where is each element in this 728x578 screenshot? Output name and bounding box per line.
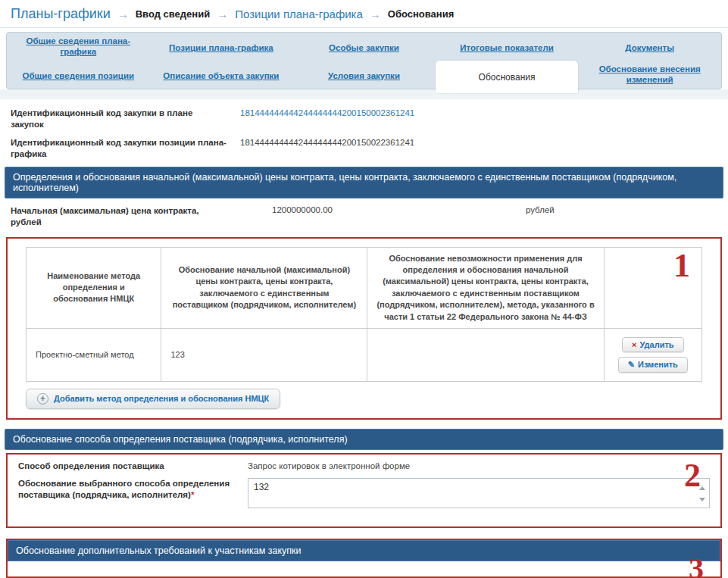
supplier-justification-row: Обоснование выбранного способа определен… <box>18 478 710 511</box>
section-header-nmck: Определения и обоснования начальной (мак… <box>5 167 723 198</box>
supplier-method-value: Запрос котировок в электронной форме <box>248 461 410 472</box>
col-header-impossibility: Обоснование невозможности применения для… <box>367 247 604 328</box>
position-code-label: Идентификационный код закупки позиции пл… <box>11 137 227 160</box>
breadcrumb-arrow-icon: → <box>370 8 381 20</box>
breadcrumb-positions-link[interactable]: Позиции плана-графика <box>235 8 363 20</box>
edit-button[interactable]: ✎Изменить <box>618 357 688 373</box>
position-code-value: 181444444444244444444200150022361241 <box>240 137 414 160</box>
tab-strip: Общие сведения плана-графика Позиции пла… <box>6 32 722 89</box>
cell-justification: 123 <box>161 328 367 381</box>
plan-code-label: Идентификационный код закупки в плане за… <box>11 108 227 130</box>
breadcrumb-input-info: Ввод сведений <box>136 8 210 20</box>
tab-plan-positions[interactable]: Позиции плана-графика <box>150 40 293 54</box>
cell-method-name: Проектно-сметный метод <box>27 328 161 381</box>
delete-button[interactable]: ×Удалить <box>622 337 684 352</box>
scroll-down-icon[interactable] <box>699 498 705 501</box>
section-header-supplier: Обоснование способа определения поставщи… <box>5 429 723 450</box>
edit-pencil-icon: ✎ <box>628 360 635 369</box>
breadcrumb: Планы-графики → Ввод сведений → Позиции … <box>0 0 728 28</box>
add-method-button[interactable]: + Добавить метод определения и обоснован… <box>26 389 280 409</box>
tab-documents[interactable]: Документы <box>578 40 721 54</box>
tab-row-position: Общие сведения позиции Описание объекта … <box>7 61 721 89</box>
breadcrumb-arrow-icon: → <box>217 8 228 20</box>
tab-purchase-conditions[interactable]: Условия закупки <box>292 68 436 82</box>
annotation-box-2: 2 Способ определения поставщика Запрос к… <box>6 453 722 528</box>
add-method-label: Добавить метод определения и обоснования… <box>54 394 269 403</box>
tab-object-description[interactable]: Описание объекта закупки <box>150 68 293 82</box>
plan-code-link[interactable]: 181444444444244444444200150002361241 <box>240 108 414 130</box>
section-header-additional: Обоснование дополнительных требований к … <box>8 540 720 561</box>
annotation-number-2: 2 <box>684 459 701 492</box>
price-unit: рублей <box>526 205 555 214</box>
justification-textarea[interactable]: 132 <box>248 478 710 508</box>
breadcrumb-arrow-icon: → <box>117 8 129 20</box>
breadcrumb-current-page: Обоснования <box>388 8 454 20</box>
cell-actions: ×Удалить ✎Изменить <box>604 328 701 381</box>
tab-strip-shadow <box>0 89 728 99</box>
required-asterisk: * <box>191 490 194 499</box>
justification-textarea-wrap: 132 <box>248 478 710 511</box>
col-header-method: Наименование метода определения и обосно… <box>27 247 161 328</box>
cell-impossibility <box>367 328 604 381</box>
plus-icon: + <box>37 393 48 405</box>
tab-special-purchases[interactable]: Особые закупки <box>292 40 436 54</box>
nmck-methods-table: Наименование метода определения и обосно… <box>26 247 702 382</box>
col-header-justification: Обоснование начальной (максимальной) цен… <box>161 247 367 328</box>
supplier-section-body: Способ определения поставщика Запрос кот… <box>8 455 720 526</box>
supplier-method-label: Способ определения поставщика <box>18 461 234 472</box>
tab-plan-general[interactable]: Общие сведения плана-графика <box>7 36 150 58</box>
field-row-position-code: Идентификационный код закупки позиции пл… <box>11 137 717 160</box>
price-row: Начальная (максимальная) цена контракта,… <box>0 198 728 234</box>
tab-justifications-active[interactable]: Обоснования <box>436 61 579 93</box>
tab-total-indicators[interactable]: Итоговые показатели <box>436 40 579 54</box>
table-header-row: Наименование метода определения и обосно… <box>27 247 702 328</box>
supplier-method-row: Способ определения поставщика Запрос кот… <box>18 461 710 472</box>
nmck-table-area: Наименование метода определения и обосно… <box>8 239 720 418</box>
delete-x-icon: × <box>632 340 636 349</box>
annotation-number-1: 1 <box>673 249 690 283</box>
supplier-justification-label: Обоснование выбранного способа определен… <box>18 478 234 511</box>
price-label: Начальная (максимальная) цена контракта,… <box>11 205 227 228</box>
id-codes-section: Идентификационный код закупки в плане за… <box>0 99 728 160</box>
table-row: Проектно-сметный метод 123 ×Удалить ✎Изм… <box>27 328 702 381</box>
annotation-number-3: 3 <box>689 554 704 578</box>
annotation-box-3: 3 Обоснование дополнительных требований … <box>6 539 722 578</box>
price-value: 1200000000.00 <box>272 205 333 214</box>
breadcrumb-plans-link[interactable]: Планы-графики <box>11 6 111 22</box>
annotation-box-1: 1 Наименование метода определения и обос… <box>6 237 722 420</box>
tab-position-general[interactable]: Общие сведения позиции <box>7 68 150 82</box>
tab-change-justification[interactable]: Обоснование внесения изменений <box>578 64 721 86</box>
tab-row-plan: Общие сведения плана-графика Позиции пла… <box>7 33 721 61</box>
additional-section-empty <box>8 561 720 576</box>
field-row-plan-code: Идентификационный код закупки в плане за… <box>11 108 717 130</box>
